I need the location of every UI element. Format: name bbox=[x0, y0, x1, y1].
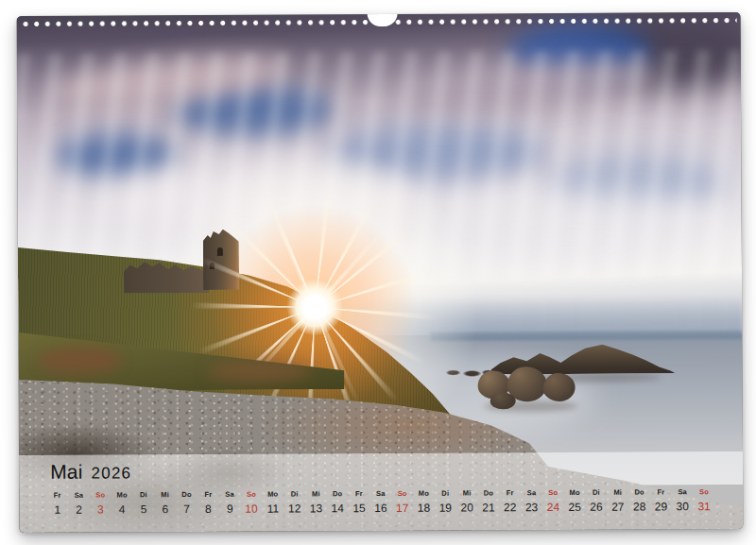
calendar-day: Di12 bbox=[284, 489, 305, 515]
calendar-days: Fr1Sa2So3Mo4Di5Mi6Do7Fr8Sa9So10Mo11Di12M… bbox=[46, 487, 714, 517]
calendar-day-number: 12 bbox=[284, 502, 305, 515]
calendar-day-number: 15 bbox=[349, 502, 370, 515]
calendar-day: So3 bbox=[90, 490, 112, 516]
calendar-title: Mai2026 bbox=[50, 460, 131, 483]
calendar-day: Mi20 bbox=[456, 488, 478, 514]
calendar-day-weekday: So bbox=[241, 490, 263, 499]
calendar-day-weekday: Sa bbox=[68, 491, 90, 500]
calendar-day-number: 11 bbox=[262, 502, 284, 516]
calendar-day-weekday: So bbox=[391, 489, 413, 498]
calendar-day-number: 29 bbox=[650, 500, 672, 513]
calendar-day: Sa2 bbox=[68, 491, 90, 517]
calendar-day-weekday: So bbox=[694, 487, 715, 496]
calendar-day-weekday: Di bbox=[586, 488, 608, 497]
calendar-day-number: 17 bbox=[391, 502, 413, 515]
calendar-day-number: 3 bbox=[90, 502, 112, 516]
calendar-day-weekday: Fr bbox=[46, 491, 68, 500]
calendar-day-number: 10 bbox=[241, 502, 263, 516]
photo-boulder bbox=[543, 373, 576, 401]
calendar-day: Mi13 bbox=[305, 489, 327, 515]
calendar-day-number: 13 bbox=[305, 502, 327, 515]
calendar-day-weekday: Mo bbox=[564, 488, 586, 497]
calendar-day-weekday: Sa bbox=[219, 490, 241, 499]
calendar-day: Sa9 bbox=[219, 490, 241, 516]
calendar-day-weekday: Fr bbox=[650, 487, 672, 496]
photo-sun bbox=[286, 279, 343, 335]
calendar-year: 2026 bbox=[92, 464, 132, 482]
calendar-day-weekday: Di bbox=[284, 489, 305, 498]
calendar-day: Mi6 bbox=[154, 490, 176, 516]
calendar-day-weekday: So bbox=[90, 490, 112, 499]
calendar-day: Fr22 bbox=[499, 488, 521, 514]
calendar-day-weekday: Mo bbox=[413, 489, 435, 498]
calendar-day-weekday: Do bbox=[327, 489, 349, 498]
calendar-day-number: 26 bbox=[586, 501, 608, 514]
calendar-day-weekday: Di bbox=[132, 490, 154, 499]
calendar-day-weekday: So bbox=[542, 488, 564, 497]
calendar-day: Mo11 bbox=[262, 490, 284, 516]
calendar-day-number: 6 bbox=[154, 502, 176, 516]
calendar-day-number: 14 bbox=[327, 502, 349, 515]
calendar-day-weekday: Do bbox=[176, 490, 198, 499]
calendar-day-weekday: Do bbox=[477, 488, 499, 497]
calendar-day: Di19 bbox=[435, 489, 456, 515]
calendar-day-weekday: Fr bbox=[499, 488, 521, 497]
calendar-day-number: 21 bbox=[478, 501, 500, 514]
calendar-day: So31 bbox=[694, 487, 715, 513]
calendar-day-number: 18 bbox=[413, 502, 435, 515]
calendar-day-number: 8 bbox=[198, 502, 219, 516]
calendar-day-number: 25 bbox=[564, 501, 586, 514]
calendar-month: Mai bbox=[50, 461, 83, 483]
calendar-day-number: 28 bbox=[628, 501, 650, 514]
calendar-day-weekday: Sa bbox=[672, 487, 694, 496]
calendar-day-number: 2 bbox=[68, 503, 90, 517]
calendar-day-weekday: Di bbox=[435, 489, 456, 498]
calendar-day-number: 9 bbox=[219, 502, 241, 516]
calendar-day-number: 16 bbox=[369, 502, 391, 515]
calendar-day-weekday: Mo bbox=[262, 490, 284, 499]
calendar-day-number: 31 bbox=[694, 500, 715, 513]
calendar-day: Sa16 bbox=[369, 489, 391, 515]
calendar-day: Di26 bbox=[586, 488, 608, 514]
calendar-day-number: 24 bbox=[542, 501, 564, 514]
calendar-day-weekday: Fr bbox=[198, 490, 219, 499]
calendar-day-number: 27 bbox=[607, 501, 628, 514]
calendar-day-number: 5 bbox=[133, 502, 155, 516]
calendar-day-weekday: Fr bbox=[349, 489, 370, 498]
calendar-day-weekday: Sa bbox=[369, 489, 391, 498]
calendar-day: Mo4 bbox=[112, 490, 133, 516]
calendar-day-weekday: Mi bbox=[607, 488, 628, 497]
calendar-day-weekday: Sa bbox=[521, 488, 542, 497]
calendar-day: Mi27 bbox=[607, 488, 628, 514]
calendar-strip: Mai2026 Fr1Sa2So3Mo4Di5Mi6Do7Fr8Sa9So10M… bbox=[19, 451, 743, 533]
calendar-page: Mai2026 Fr1Sa2So3Mo4Di5Mi6Do7Fr8Sa9So10M… bbox=[17, 12, 744, 533]
calendar-day-weekday: Mo bbox=[112, 490, 133, 499]
calendar-day: Fr1 bbox=[46, 491, 68, 517]
calendar-day: Do14 bbox=[327, 489, 349, 515]
calendar-day-number: 20 bbox=[456, 501, 478, 514]
calendar-day: Fr15 bbox=[349, 489, 370, 515]
calendar-day-weekday: Mi bbox=[456, 488, 478, 497]
calendar-day-number: 7 bbox=[176, 502, 198, 516]
calendar-day-weekday: Mi bbox=[154, 490, 176, 499]
calendar-day: Di5 bbox=[132, 490, 154, 516]
calendar-day-number: 30 bbox=[672, 500, 694, 513]
calendar-day-number: 4 bbox=[112, 502, 133, 516]
calendar-day: So10 bbox=[241, 490, 263, 516]
calendar-day-number: 19 bbox=[435, 502, 456, 515]
calendar-day-number: 22 bbox=[499, 501, 521, 514]
calendar-day: So17 bbox=[391, 489, 413, 515]
calendar-day: So24 bbox=[542, 488, 564, 514]
calendar-day: Sa23 bbox=[521, 488, 542, 514]
calendar-day-weekday: Do bbox=[628, 488, 650, 497]
calendar-day: Do21 bbox=[477, 488, 499, 514]
calendar-day-weekday: Mi bbox=[305, 489, 327, 498]
calendar-day: Mo18 bbox=[413, 489, 435, 515]
calendar-day-number: 1 bbox=[46, 503, 68, 517]
calendar-day: Do28 bbox=[628, 488, 650, 514]
calendar-day: Do7 bbox=[176, 490, 198, 516]
calendar-day: Sa30 bbox=[672, 487, 694, 513]
calendar-day: Fr8 bbox=[198, 490, 219, 516]
calendar-day-number: 23 bbox=[521, 501, 542, 514]
calendar-day: Fr29 bbox=[650, 487, 672, 513]
